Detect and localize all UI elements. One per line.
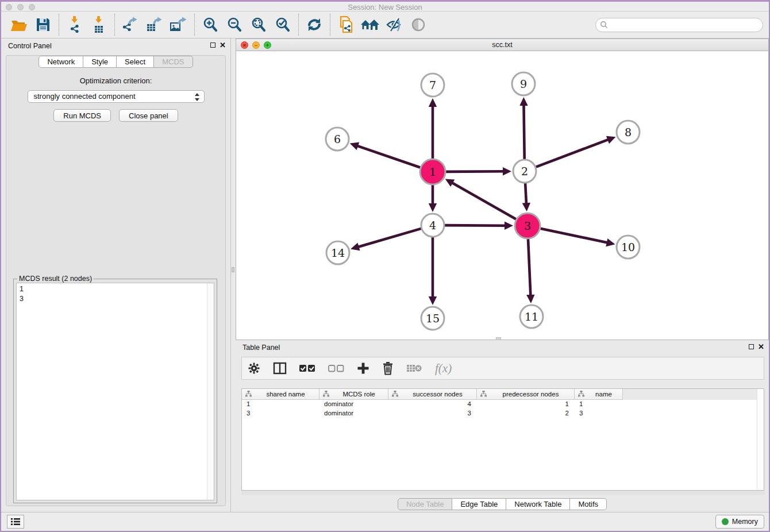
- home-layout-button[interactable]: [358, 13, 382, 36]
- result-scrollbar[interactable]: [207, 283, 214, 500]
- table-cell[interactable]: dominator: [319, 409, 388, 418]
- tab-network[interactable]: Network: [38, 56, 83, 68]
- graph-node-4[interactable]: 4: [421, 214, 444, 237]
- table-cell[interactable]: 3: [388, 409, 477, 418]
- graph-node-14[interactable]: 14: [326, 241, 349, 264]
- delete-table-disabled-button: [406, 363, 422, 373]
- edge-2-8[interactable]: [536, 140, 609, 167]
- tab-style[interactable]: Style: [83, 56, 117, 68]
- clone-network-button[interactable]: [334, 13, 358, 36]
- column-header-predecessor-nodes[interactable]: predecessor nodes: [477, 389, 575, 400]
- network-canvas[interactable]: 7968124314101511: [236, 52, 768, 340]
- hierarchy-icon: [480, 391, 487, 398]
- control-panel-tabs: Network Style Select MCDS: [1, 56, 230, 68]
- export-image-button[interactable]: [167, 13, 191, 36]
- table-row[interactable]: 3dominator323: [242, 409, 764, 418]
- network-window-titlebar[interactable]: × − + scc.txt: [236, 39, 768, 51]
- edge-3-11[interactable]: [528, 239, 530, 296]
- vertical-splitter[interactable]: [231, 38, 236, 512]
- edge-2-9[interactable]: [523, 105, 524, 159]
- graph-node-11[interactable]: 11: [520, 305, 543, 328]
- select-all-checks-button[interactable]: [299, 364, 315, 373]
- deselect-checks-button[interactable]: [328, 364, 344, 373]
- mcds-result-text[interactable]: 1 3: [16, 283, 214, 500]
- search-input[interactable]: [595, 18, 763, 32]
- tab-mcds[interactable]: MCDS: [154, 56, 192, 68]
- graph-node-15[interactable]: 15: [421, 307, 444, 330]
- edge-4-14[interactable]: [358, 229, 421, 247]
- hide-panels-button[interactable]: [382, 13, 406, 36]
- split-columns-button[interactable]: [273, 362, 287, 375]
- criterion-dropdown[interactable]: strongly connected component: [28, 90, 205, 103]
- table-cell[interactable]: dominator: [319, 400, 388, 409]
- network-view-window: × − + scc.txt 7968124314101511: [236, 38, 769, 340]
- import-network-button[interactable]: [63, 13, 87, 36]
- edge-3-10[interactable]: [541, 229, 608, 243]
- table-float-panel-icon[interactable]: [749, 344, 754, 349]
- add-column-button[interactable]: [357, 362, 369, 375]
- graph-node-10[interactable]: 10: [617, 236, 640, 259]
- apply-layout-refresh-button[interactable]: [302, 13, 326, 36]
- edge-2-3[interactable]: [525, 183, 526, 204]
- graph-node-9[interactable]: 9: [512, 72, 535, 95]
- splitter-handle[interactable]: [232, 267, 234, 272]
- zoom-in-button[interactable]: [198, 13, 222, 36]
- table-cell[interactable]: 1: [575, 400, 623, 409]
- table-settings-button[interactable]: [248, 362, 260, 375]
- table-cell[interactable]: 1: [242, 400, 319, 409]
- graph-node-7[interactable]: 7: [421, 74, 444, 97]
- edge-1-6[interactable]: [357, 146, 420, 168]
- memory-label: Memory: [732, 518, 758, 526]
- column-header-successor-nodes[interactable]: successor nodes: [388, 389, 477, 400]
- toolbar-separator: [330, 14, 330, 36]
- float-panel-icon[interactable]: [210, 43, 215, 48]
- main-toolbar: [1, 11, 769, 38]
- graph-node-6[interactable]: 6: [326, 128, 349, 151]
- graph-node-2[interactable]: 2: [513, 160, 536, 183]
- edge-arrow-icon: [606, 238, 615, 246]
- table-cell[interactable]: 1: [477, 400, 575, 409]
- table-row[interactable]: 1dominator411: [242, 400, 764, 409]
- edge-4-3[interactable]: [445, 225, 506, 226]
- table-close-panel-icon[interactable]: ✕: [758, 342, 764, 351]
- close-panel-button[interactable]: Close panel: [119, 109, 178, 122]
- edge-arrow-icon: [351, 242, 360, 250]
- column-header-shared-name[interactable]: shared name: [242, 389, 319, 400]
- delete-column-button[interactable]: [382, 361, 394, 375]
- table-cell[interactable]: 2: [477, 409, 575, 418]
- zoom-selected-button[interactable]: [271, 13, 295, 36]
- control-panel: Control Panel ✕ Network Style Select MCD…: [1, 38, 231, 512]
- zoom-fit-button[interactable]: [247, 13, 271, 36]
- tab-motifs[interactable]: Motifs: [570, 498, 607, 510]
- edge-3-1[interactable]: [452, 183, 516, 219]
- tab-select[interactable]: Select: [117, 56, 154, 68]
- memory-button[interactable]: Memory: [715, 515, 764, 529]
- import-table-button[interactable]: [87, 13, 111, 36]
- tab-network-table[interactable]: Network Table: [506, 498, 570, 510]
- zoom-out-button[interactable]: [222, 13, 247, 36]
- graph-node-8[interactable]: 8: [617, 121, 640, 144]
- open-file-button[interactable]: [7, 13, 31, 36]
- export-network-button[interactable]: [118, 13, 143, 36]
- table-cell[interactable]: 4: [388, 400, 477, 409]
- graph-node-3[interactable]: 3: [515, 213, 540, 238]
- table-cell[interactable]: 3: [575, 409, 623, 418]
- task-history-button[interactable]: [7, 515, 24, 529]
- export-table-button[interactable]: [143, 13, 167, 36]
- node-label: 4: [429, 219, 436, 232]
- graph-node-1[interactable]: 1: [420, 159, 445, 184]
- table-cell[interactable]: 3: [242, 409, 319, 418]
- close-panel-icon[interactable]: ✕: [220, 41, 226, 49]
- column-header-name[interactable]: name: [575, 389, 623, 400]
- node-table[interactable]: shared nameMCDS rolesuccessor nodesprede…: [241, 388, 764, 491]
- table-scrollbar[interactable]: [757, 389, 764, 490]
- tab-node-table[interactable]: Node Table: [398, 498, 453, 510]
- save-session-button[interactable]: [31, 13, 55, 36]
- table-panel-title: Table Panel: [242, 344, 280, 352]
- run-mcds-button[interactable]: Run MCDS: [53, 109, 111, 122]
- tab-edge-table[interactable]: Edge Table: [452, 498, 506, 510]
- edge-1-2[interactable]: [446, 171, 504, 172]
- node-label: 6: [334, 133, 341, 145]
- column-header-MCDS-role[interactable]: MCDS role: [319, 389, 388, 400]
- show-eye-button[interactable]: [406, 13, 430, 36]
